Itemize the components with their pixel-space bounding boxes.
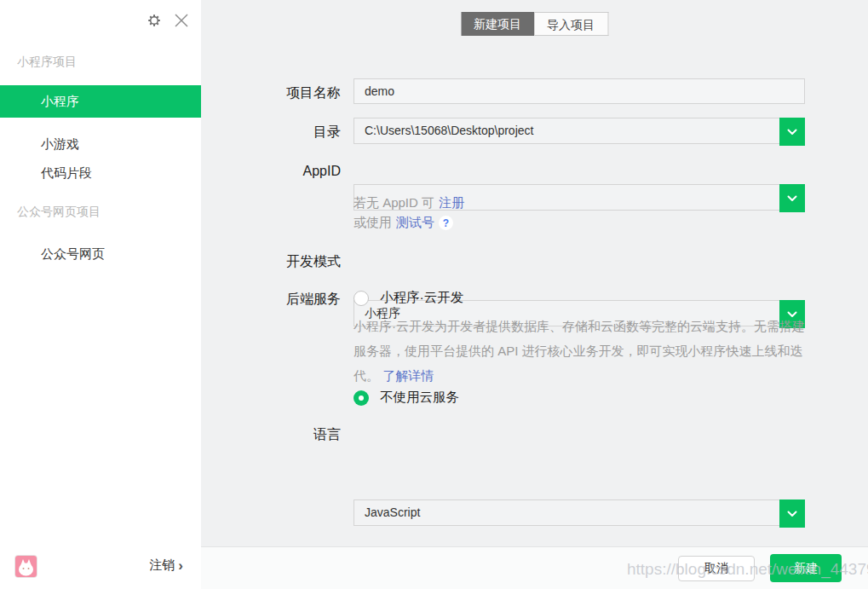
cloud-dev-description: 小程序·云开发为开发者提供数据库、存储和云函数等完整的云端支持。无需搭建服务器，… [354, 314, 812, 388]
footer-bar: 取消 新建 [201, 546, 868, 589]
create-button[interactable]: 新建 [770, 554, 842, 582]
backend-service-label: 后端服务 [201, 291, 341, 309]
chevron-right-icon: › [178, 559, 183, 572]
sidebar-section-mini-program: 小程序项目 [17, 55, 77, 70]
radio-checked-icon[interactable] [354, 390, 369, 406]
tab-import-project[interactable]: 导入项目 [534, 12, 608, 36]
language-value: JavaScript [354, 500, 804, 525]
chevron-down-icon [787, 511, 797, 517]
directory-select[interactable]: C:\Users\15068\Desktop\project [354, 118, 805, 144]
sidebar-item-code-snippet[interactable]: 代码片段 [0, 157, 201, 189]
language-label: 语言 [201, 426, 341, 444]
close-icon[interactable] [172, 11, 191, 30]
no-cloud-radio-option[interactable]: 不使用云服务 [354, 389, 459, 407]
sidebar-controls [145, 11, 191, 30]
sidebar-item-official-account-web[interactable]: 公众号网页 [0, 238, 201, 270]
language-select[interactable]: JavaScript [354, 499, 805, 526]
learn-more-link[interactable]: 了解详情 [382, 368, 434, 383]
appid-dropdown-button[interactable] [779, 184, 805, 212]
language-dropdown-button[interactable] [779, 499, 805, 528]
logout-label: 注销 [149, 557, 175, 574]
directory-label: 目录 [201, 124, 341, 141]
radio-unchecked-icon[interactable] [354, 291, 369, 306]
chevron-down-icon [787, 195, 797, 202]
sidebar-item-mini-program[interactable]: 小程序 [0, 85, 201, 118]
logout-button[interactable]: 注销 › [149, 557, 183, 574]
user-avatar[interactable] [14, 555, 37, 578]
sidebar-section-official-account: 公众号网页项目 [17, 205, 101, 220]
cloud-dev-radio-option[interactable]: 小程序·云开发 [354, 289, 463, 307]
sidebar: 小程序项目 小程序 小游戏 代码片段 公众号网页项目 公众号网页 注销 › [0, 0, 201, 589]
no-cloud-radio-label[interactable]: 不使用云服务 [380, 389, 459, 407]
appid-label: AppID [201, 164, 341, 179]
project-name-input[interactable] [354, 78, 805, 104]
test-account-link[interactable]: 测试号 [396, 215, 434, 231]
appid-help-line1: 若无 AppID 可 注册 [354, 195, 464, 211]
main-panel: 新建项目 导入项目 项目名称 目录 C:\Users\15068\Desktop… [201, 0, 868, 546]
sidebar-item-mini-game[interactable]: 小游戏 [0, 128, 201, 160]
project-name-label: 项目名称 [201, 84, 341, 102]
question-mark-icon[interactable]: ? [439, 216, 453, 230]
dev-mode-label: 开发模式 [201, 253, 341, 271]
cloud-dev-radio-label[interactable]: 小程序·云开发 [380, 289, 463, 307]
directory-dropdown-button[interactable] [779, 118, 805, 146]
tab-new-project[interactable]: 新建项目 [461, 12, 534, 36]
register-link[interactable]: 注册 [439, 195, 464, 211]
appid-help-line2: 或使用 测试号 ? [354, 215, 453, 231]
chevron-down-icon [787, 129, 797, 136]
appid-help-text2: 或使用 [354, 215, 392, 231]
new-project-dialog: 小程序项目 小程序 小游戏 代码片段 公众号网页项目 公众号网页 注销 › 新建… [0, 0, 868, 589]
settings-gear-icon[interactable] [145, 11, 164, 30]
appid-help-text1: 若无 AppID 可 [354, 195, 434, 211]
cancel-button[interactable]: 取消 [678, 556, 755, 581]
project-tabs: 新建项目 导入项目 [461, 12, 608, 36]
directory-value: C:\Users\15068\Desktop\project [354, 118, 804, 143]
